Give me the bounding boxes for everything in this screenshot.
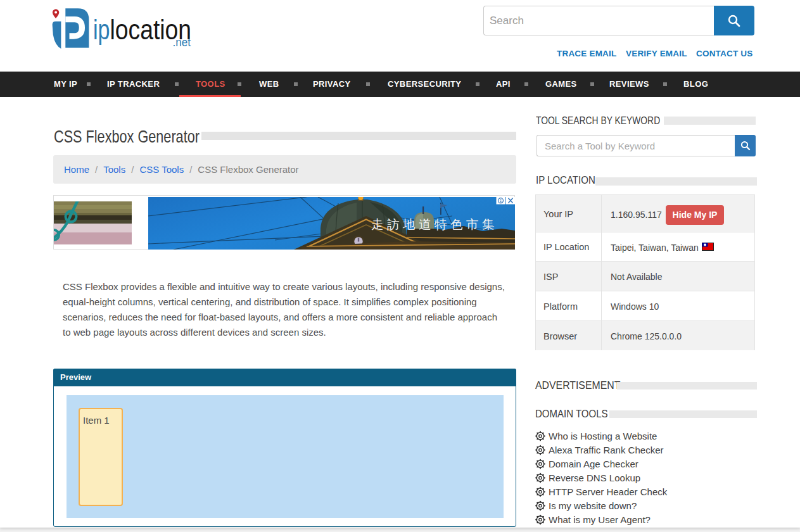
svg-text:走訪地道特色市集: 走訪地道特色市集 xyxy=(371,217,498,231)
svg-text:.net: .net xyxy=(173,36,191,49)
svg-text:ip: ip xyxy=(93,14,110,45)
